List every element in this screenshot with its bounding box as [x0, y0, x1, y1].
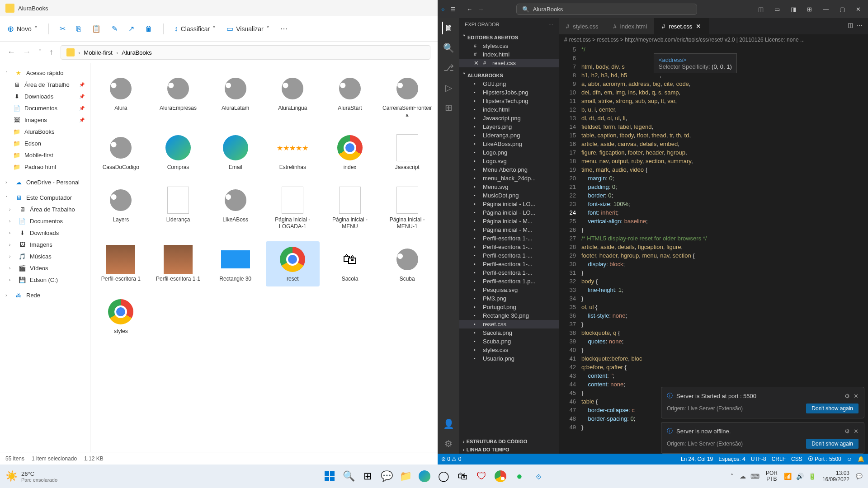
project-file-item[interactable]: ▪Perfil-escritora 1-... — [459, 251, 559, 260]
file-item[interactable]: ●LikeABoss — [208, 182, 262, 234]
open-editor-item[interactable]: #index.html — [459, 50, 559, 59]
language-indicator[interactable]: POR PTB — [766, 470, 778, 482]
sidebar-item[interactable]: ›⬇Downloads — [0, 227, 90, 239]
up-arrow[interactable]: ˅ — [38, 47, 42, 57]
status-encoding[interactable]: UTF-8 — [751, 456, 766, 462]
project-file-item[interactable]: ▪Página inicial - LO... — [459, 208, 559, 217]
vscode-icon[interactable]: ⟐ — [530, 468, 547, 484]
more-icon[interactable]: ⋯ — [280, 24, 288, 33]
layout-icon[interactable]: ◫ — [755, 4, 767, 14]
editor-tab[interactable]: #index.html — [606, 18, 655, 34]
spotify-icon[interactable]: ● — [511, 468, 528, 484]
store-icon[interactable]: 🛍 — [454, 468, 471, 484]
project-file-item[interactable]: ▪Scuba.png — [459, 337, 559, 346]
layout-icon[interactable]: ◨ — [787, 4, 800, 14]
sidebar-item[interactable]: 🖼Imagens📌 — [0, 114, 90, 126]
clock[interactable]: 13:03 16/09/2022 — [822, 470, 849, 483]
file-item[interactable]: Perfil-escritora 1-1 — [151, 241, 205, 286]
gear-icon[interactable]: ⚙ — [844, 428, 850, 435]
sidebar-item[interactable]: ›🎵Músicas — [0, 250, 90, 262]
onedrive-icon[interactable]: ☁ — [740, 473, 746, 480]
status-spaces[interactable]: Espaços: 4 — [718, 456, 745, 462]
keyboard-icon[interactable]: ⌨ — [750, 473, 760, 480]
outline-section[interactable]: › ESTRUTURA DO CÓDIGO — [459, 437, 559, 446]
layout-icon[interactable]: ⊞ — [803, 4, 816, 14]
editor-breadcrumb[interactable]: # reset.css > reset.css > http://meyerwe… — [559, 34, 868, 45]
file-item[interactable]: ●AluraEmpresas — [151, 70, 205, 122]
maximize-button[interactable]: ▢ — [836, 4, 849, 14]
command-center[interactable]: 🔍 AluraBooks — [516, 4, 697, 15]
sidebar-item[interactable]: ›💾Edson (C:) — [0, 274, 90, 286]
sidebar-item[interactable]: 📁AluraBooks — [0, 126, 90, 137]
status-port[interactable]: ⦿ Port : 5500 — [808, 456, 841, 462]
editor-tab[interactable]: #reset.css✕ — [655, 18, 709, 34]
debug-icon[interactable]: ▷ — [442, 81, 455, 94]
copy-icon[interactable]: ⎘ — [76, 25, 81, 33]
project-file-item[interactable]: ▪PM3.png — [459, 294, 559, 303]
sidebar-quick-access[interactable]: ˅ ★ Acesso rápido — [0, 67, 90, 79]
file-item[interactable]: index — [323, 130, 377, 175]
delete-icon[interactable]: 🗑 — [145, 25, 152, 33]
volume-icon[interactable]: 🔊 — [796, 473, 804, 480]
sidebar-item[interactable]: 🖥Área de Trabalho📌 — [0, 79, 90, 90]
sidebar-item[interactable]: ⬇Downloads📌 — [0, 90, 90, 102]
sidebar-network[interactable]: › 🖧 Rede — [0, 289, 90, 301]
task-view-button[interactable]: ⊞ — [359, 468, 376, 484]
sidebar-item[interactable]: ›🖼Imagens — [0, 239, 90, 250]
explorer-icon[interactable]: 🗎 — [442, 22, 455, 34]
sidebar-item[interactable]: 📁Padrao html — [0, 161, 90, 173]
project-file-item[interactable]: ▪Menu Aberto.png — [459, 165, 559, 174]
close-icon[interactable]: ✕ — [696, 23, 701, 30]
notifications-icon[interactable]: 💬 — [856, 473, 863, 479]
wifi-icon[interactable]: 📶 — [784, 473, 792, 480]
project-file-item[interactable]: ▪Liderança.png — [459, 131, 559, 140]
project-file-item[interactable]: ▪LikeABoss.png — [459, 140, 559, 148]
layout-icon[interactable]: ▭ — [771, 4, 783, 14]
project-file-item[interactable]: ▪HipstersTech.png — [459, 97, 559, 105]
breadcrumb-segment[interactable]: Mobile-first — [84, 49, 113, 56]
status-eol[interactable]: CRLF — [772, 456, 786, 462]
more-icon[interactable]: ⋯ — [857, 22, 863, 31]
project-file-item[interactable]: ▪Sacola.png — [459, 328, 559, 337]
project-file-item[interactable]: ▪Menu.svg — [459, 183, 559, 191]
project-section[interactable]: ˅ ALURABOOKS — [459, 71, 559, 80]
project-file-item[interactable]: ▪Logo.svg — [459, 157, 559, 165]
sidebar-item[interactable]: ›🖥Área de Trabalho — [0, 203, 90, 215]
file-item[interactable]: ★★★★★Estrelinhas — [266, 130, 320, 175]
rename-icon[interactable]: ✎ — [112, 24, 118, 33]
project-file-item[interactable]: ▪GUJ.png — [459, 80, 559, 88]
file-item[interactable]: Perfil-escritora 1 — [94, 241, 148, 286]
project-file-item[interactable]: ▪MusicDot.png — [459, 191, 559, 200]
breadcrumb[interactable]: › Mobile-first › AluraBooks — [61, 45, 430, 60]
project-file-item[interactable]: ▪Usuario.png — [459, 354, 559, 363]
start-button[interactable] — [321, 468, 338, 484]
gear-icon[interactable]: ⚙ — [844, 393, 850, 399]
project-file-item[interactable]: ▪Rectangle 30.png — [459, 311, 559, 320]
bell-icon[interactable]: 🔔 — [858, 456, 864, 462]
breadcrumb-segment[interactable]: AluraBooks — [122, 49, 151, 56]
more-icon[interactable]: ⋯ — [548, 22, 553, 28]
sidebar-item[interactable]: ›🎬Vídeos — [0, 262, 90, 274]
search-button[interactable]: 🔍 — [340, 468, 357, 484]
file-item[interactable]: ●AluraLatam — [208, 70, 262, 122]
forward-icon[interactable]: → — [476, 4, 486, 14]
split-icon[interactable]: ◫ — [848, 22, 853, 31]
file-item[interactable]: Rectangle 30 — [208, 241, 262, 286]
edge-icon[interactable] — [416, 468, 433, 484]
mcafee-icon[interactable]: 🛡 — [473, 468, 490, 484]
file-item[interactable]: styles — [94, 294, 148, 339]
status-cursor[interactable]: Ln 24, Col 19 — [681, 456, 713, 462]
chrome-icon[interactable] — [492, 468, 509, 484]
project-file-item[interactable]: ▪Página inicial - M... — [459, 225, 559, 234]
project-file-item[interactable]: ▪Layers.png — [459, 122, 559, 131]
new-button[interactable]: ⊕ Novo ˅ — [7, 24, 38, 34]
file-item[interactable]: Página inicial - MENU-1 — [380, 182, 434, 234]
project-file-item[interactable]: ▪reset.css — [459, 320, 559, 328]
sidebar-item[interactable]: 📁Mobile-first — [0, 149, 90, 161]
sidebar-onedrive[interactable]: › ☁ OneDrive - Personal — [0, 176, 90, 188]
file-item[interactable]: ●Layers — [94, 182, 148, 234]
project-file-item[interactable]: ▪Javascript.png — [459, 114, 559, 122]
file-item[interactable]: Email — [208, 130, 262, 175]
status-feedback[interactable]: ☺ — [847, 456, 852, 462]
close-button[interactable]: ✕ — [852, 4, 864, 14]
